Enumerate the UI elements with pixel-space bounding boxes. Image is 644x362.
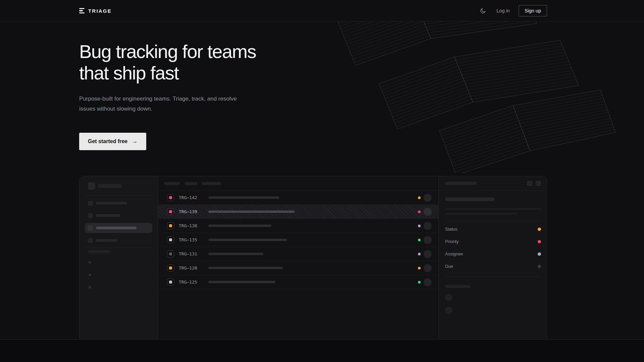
section-label-skeleton: [88, 250, 110, 253]
issue-checkbox: [167, 264, 174, 272]
issue-status-dot: [418, 253, 421, 255]
issue-title-skeleton: [208, 239, 287, 241]
issue-checkbox: [167, 208, 174, 215]
sidebar-item-icon-skeleton: [88, 226, 93, 231]
issue-title-skeleton: [208, 281, 275, 283]
detail-field-label: Assignee: [445, 251, 463, 256]
issue-title-skeleton: [208, 253, 263, 255]
issue-checkbox-fill: [169, 210, 172, 213]
mockup-sidebar: [79, 176, 158, 339]
skeleton-bar: [96, 239, 117, 242]
brand-name: TRIAGE: [88, 8, 112, 14]
issue-checkbox: [167, 222, 174, 229]
issue-assignee-avatar: [424, 194, 432, 202]
divider: [445, 221, 541, 221]
issue-checkbox-fill: [169, 238, 172, 241]
detail-title-skeleton: [445, 197, 495, 201]
sidebar-item-icon-skeleton: [88, 213, 93, 218]
detail-field-row: Status: [445, 223, 541, 235]
sidebar-item-icon-skeleton: [88, 238, 93, 243]
issue-row: TRG–139: [158, 205, 438, 219]
issue-id: TRG–135: [179, 237, 200, 242]
issue-id: TRG–138: [179, 223, 200, 228]
triage-logo-icon: [79, 8, 85, 13]
detail-fields: Status Priority Assignee Due: [445, 223, 541, 273]
issue-row: TRG–138: [158, 219, 438, 233]
filter-pill-skeleton: [184, 182, 197, 185]
detail-field-label: Status: [445, 227, 458, 232]
detail-header: [439, 176, 547, 191]
detail-field-label: Priority: [445, 239, 459, 244]
issue-checkbox: [167, 250, 174, 257]
workspace-avatar-skeleton: [88, 182, 95, 190]
issue-assignee-avatar: [424, 250, 432, 258]
filter-pill-skeleton: [164, 182, 180, 185]
detail-action-button-skeleton: [527, 181, 532, 186]
detail-field-row: Due: [445, 260, 541, 273]
divider: [445, 277, 541, 277]
issue-title-skeleton: [208, 196, 279, 199]
issue-id: TRG–128: [179, 265, 200, 270]
issue-id: TRG–142: [179, 195, 200, 200]
skeleton-bar: [96, 214, 120, 217]
detail-field-row: Assignee: [445, 248, 541, 260]
detail-field-value-dot: [538, 252, 541, 256]
issue-row: TRG–142: [158, 191, 438, 205]
footer: [0, 340, 644, 362]
sidebar-item-icon-skeleton: [88, 201, 93, 206]
top-nav: TRIAGE Log in Sign up: [0, 0, 644, 21]
detail-field-row: Priority: [445, 235, 541, 248]
issue-row: TRG–128: [158, 261, 438, 275]
sidebar-item-skeleton: [85, 198, 152, 208]
sidebar-item-skeleton-active: [85, 223, 152, 233]
issue-checkbox-fill: [169, 196, 172, 199]
issue-assignee-avatar: [424, 264, 432, 272]
issue-status-dot: [418, 225, 421, 227]
divider: [85, 248, 152, 248]
issue-status-dot: [418, 267, 421, 269]
issue-list-header: [158, 176, 438, 191]
hero-subhead: Purpose-built for engineering teams. Tri…: [79, 94, 242, 114]
issue-assignee-avatar: [424, 278, 432, 286]
issue-title-skeleton: [208, 267, 283, 269]
sidebar-dot-skeleton: [89, 286, 91, 289]
issue-id: TRG–131: [179, 251, 200, 256]
moon-icon: [480, 8, 486, 14]
hero-heading-line2: that ship fast: [79, 62, 179, 83]
theme-toggle-button[interactable]: [478, 6, 488, 16]
sidebar-item-skeleton: [85, 235, 152, 245]
issue-status-dot: [418, 281, 421, 284]
issue-id: TRG–139: [179, 209, 200, 214]
activity-avatar-skeleton: [445, 294, 452, 301]
get-started-label: Get started free: [88, 138, 127, 144]
sidebar-dot-skeleton: [89, 274, 91, 276]
filter-pill-skeleton: [202, 182, 221, 185]
hero-section: Bug tracking for teams that ship fast Pu…: [0, 21, 644, 340]
brand: TRIAGE: [79, 8, 112, 14]
detail-action-button-skeleton: [536, 181, 541, 186]
issue-detail-panel: Status Priority Assignee Due: [438, 176, 547, 339]
login-link[interactable]: Log in: [496, 8, 510, 13]
signup-button[interactable]: Sign up: [519, 5, 547, 16]
issue-title-skeleton: [208, 225, 271, 227]
issue-assignee-avatar: [424, 208, 432, 216]
detail-text-skeleton: [445, 213, 517, 215]
get-started-button[interactable]: Get started free →: [79, 133, 146, 150]
issue-id: TRG–125: [179, 280, 200, 285]
detail-field-label: Due: [445, 264, 453, 269]
issue-row: TRG–125: [158, 275, 438, 289]
workspace-switcher-skeleton: [79, 176, 158, 195]
skeleton-bar: [98, 184, 122, 188]
activity-label-skeleton: [445, 285, 470, 288]
detail-field-value-dot: [538, 228, 541, 231]
issue-checkbox-fill: [169, 281, 172, 284]
sidebar-dot-skeleton: [89, 261, 91, 264]
issue-title-skeleton: [208, 210, 294, 213]
issue-status-dot: [418, 210, 421, 213]
issue-checkbox: [167, 279, 174, 286]
issue-assignee-avatar: [424, 222, 432, 230]
skeleton-bar: [445, 182, 477, 185]
issue-checkbox: [167, 194, 174, 201]
issue-status-dot: [418, 196, 421, 199]
hero-heading-line1: Bug tracking for teams: [79, 41, 256, 62]
